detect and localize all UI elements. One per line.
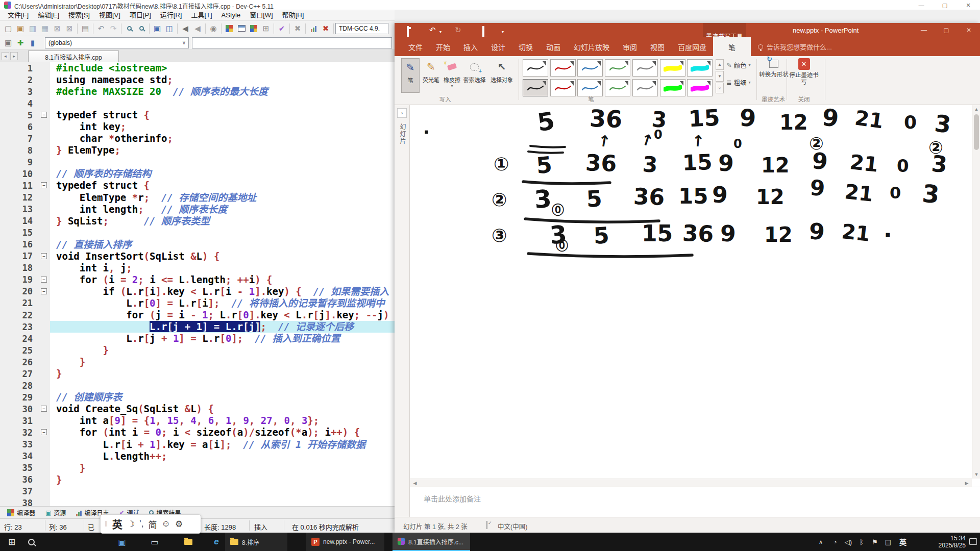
menu-工具[T][interactable]: 工具[T]	[186, 10, 216, 20]
panel-tab-编译器[interactable]: 编译器	[3, 508, 39, 518]
bookmark-icon[interactable]: ▮	[27, 37, 38, 48]
maximize-editor-icon[interactable]: ▣	[152, 23, 163, 34]
menu-视图[V][interactable]: 视图[V]	[94, 10, 125, 20]
tab-scroll-left-icon[interactable]: ◂	[2, 52, 9, 60]
scroll-left-icon[interactable]: ◀	[411, 481, 419, 486]
scroll-right-icon[interactable]: ▶	[963, 481, 971, 486]
ribbon-tab-开始[interactable]: 开始	[429, 37, 457, 56]
open-file-icon[interactable]: ▣	[15, 23, 26, 34]
edge-icon[interactable]: e	[209, 533, 224, 551]
pens-scroll-down-icon[interactable]: ▼	[716, 71, 724, 82]
horizontal-scrollbar[interactable]: ◀ ▶	[410, 479, 972, 487]
action-center-icon[interactable]	[969, 538, 977, 545]
fold-marker-icon[interactable]: −	[41, 277, 47, 283]
panel-tab-资源[interactable]: ▣资源	[41, 508, 70, 518]
ribbon-tab-动画[interactable]: 动画	[540, 37, 567, 56]
abort-icon[interactable]: ✖	[292, 23, 303, 34]
replace-icon[interactable]	[136, 23, 147, 34]
ime-item-5[interactable]: ⚙	[175, 519, 183, 530]
pen-swatch-9[interactable]	[577, 79, 603, 96]
ribbon-tab-切换[interactable]: 切换	[512, 37, 540, 56]
pen-swatch-5[interactable]	[660, 59, 685, 77]
pen-swatch-11[interactable]	[632, 79, 658, 96]
code-editor[interactable]: 1#include <iostream>2using namespace std…	[0, 62, 395, 506]
save-icon[interactable]: ▥	[27, 23, 38, 34]
fold-marker-icon[interactable]: −	[41, 429, 47, 435]
menu-文件[F][interactable]: 文件[F]	[3, 10, 33, 20]
tab-scroll-right-icon[interactable]: ▸	[10, 52, 18, 60]
menu-帮助[H][interactable]: 帮助[H]	[278, 10, 309, 20]
ime-item-0[interactable]: 英	[112, 517, 122, 532]
menu-AStyle[interactable]: AStyle	[217, 10, 246, 20]
nav-forward-icon[interactable]: ◀	[192, 23, 203, 34]
write-button-套索选择[interactable]: 套索选择	[462, 58, 486, 93]
print-icon[interactable]: ▤	[80, 23, 91, 34]
pen-swatch-2[interactable]	[577, 59, 603, 77]
profiling-delete-icon[interactable]: ✖	[320, 23, 331, 34]
close-all-icon[interactable]: ⊠	[64, 23, 75, 34]
ribbon-tab-幻灯片放映[interactable]: 幻灯片放映	[567, 37, 616, 56]
ink-color-button[interactable]: ✎ 颜色 ▾	[726, 60, 751, 70]
ribbon-tab-插入[interactable]: 插入	[457, 37, 484, 56]
scroll-up-icon[interactable]: ▲	[972, 107, 980, 112]
ppt-close-button[interactable]: ✕	[958, 23, 980, 37]
compiler-select[interactable]: TDM-GCC 4.9.	[335, 23, 388, 34]
redo-icon[interactable]: ↷	[108, 23, 119, 34]
save-icon[interactable]	[407, 27, 409, 36]
file-explorer-icon[interactable]	[181, 533, 196, 551]
stop-inking-button[interactable]: ✕ 停止墨迹书写	[789, 58, 819, 93]
pen-swatch-3[interactable]	[605, 59, 630, 77]
find-icon[interactable]	[124, 23, 135, 34]
editor-tab-active[interactable]: 8.1直接插入排序.cpp	[28, 51, 119, 62]
pen-swatch-6[interactable]	[687, 59, 713, 77]
tray-clock[interactable]: 15:34 2025/8/25	[939, 535, 966, 549]
add-watch-icon[interactable]: ✚	[15, 37, 26, 48]
taskbar-button-new.pptx - Power...[interactable]: Pnew.pptx - Power...	[306, 533, 384, 551]
fold-marker-icon[interactable]: −	[41, 406, 47, 412]
insert-snippet-icon[interactable]: ◉	[208, 23, 219, 34]
photos-icon[interactable]: ▣	[114, 533, 130, 551]
menu-窗口[W][interactable]: 窗口[W]	[245, 10, 278, 20]
compile-run-icon[interactable]	[248, 23, 259, 34]
menu-项目[P][interactable]: 项目[P]	[125, 10, 156, 20]
tray-netdisk-icon[interactable]: ◔	[829, 533, 841, 551]
pens-scroll-up-icon[interactable]: ▲	[716, 59, 724, 70]
pen-swatch-7[interactable]	[523, 79, 548, 96]
profile-icon[interactable]	[308, 23, 319, 34]
tray-flag-icon[interactable]: ▤	[882, 533, 894, 551]
pen-swatch-0[interactable]	[523, 59, 548, 77]
undo-caret-icon[interactable]: ▾	[439, 28, 442, 37]
write-button-橡皮擦[interactable]: 橡皮擦▾	[443, 58, 461, 93]
qat-customize-icon[interactable]: ▾	[502, 28, 504, 37]
start-button[interactable]: ⊞	[4, 533, 19, 551]
slide-canvas[interactable]: ·53631591292103↑↑0↑0②②①53631591292103②3⓪…	[410, 105, 972, 479]
ppt-minimize-button[interactable]: —	[913, 23, 935, 37]
ppt-maximize-button[interactable]: ▢	[935, 23, 958, 37]
search-button[interactable]	[23, 533, 39, 551]
split-window-icon[interactable]: ◫	[164, 23, 175, 34]
start-slideshow-icon[interactable]	[482, 27, 484, 36]
task-view-icon[interactable]: ▭	[147, 533, 162, 551]
syntax-check-icon[interactable]: ✔	[276, 23, 287, 34]
convert-to-shapes-button[interactable]: 转换为形状	[759, 58, 789, 93]
vertical-scrollbar[interactable]: ▲ ▼	[972, 105, 980, 479]
undo-icon[interactable]: ↶	[95, 23, 107, 34]
ime-item-1[interactable]: ☽	[127, 519, 135, 530]
ink-weight-button[interactable]: ≣ 粗细 ▾	[726, 78, 751, 87]
ribbon-tab-百度网盘[interactable]: 百度网盘	[671, 37, 713, 56]
save-all-icon[interactable]: ▦	[39, 23, 51, 34]
member-select[interactable]	[192, 37, 392, 48]
pen-swatch-1[interactable]	[550, 59, 576, 77]
taskbar-button-8.排序[interactable]: 8.排序	[225, 533, 287, 551]
language-status[interactable]: 中文(中国)	[498, 521, 527, 531]
tray-volume-icon[interactable]: ◁)	[842, 533, 854, 551]
compile-icon[interactable]	[224, 23, 235, 34]
pen-swatch-4[interactable]	[632, 59, 658, 77]
notes-pane[interactable]: 单击此处添加备注	[410, 487, 980, 517]
new-file-icon[interactable]: ▢	[3, 23, 14, 34]
tray-security-icon[interactable]: ⚑	[869, 533, 881, 551]
pen-swatch-13[interactable]	[687, 79, 713, 96]
class-browser-icon[interactable]: ▣	[3, 37, 14, 48]
fold-marker-icon[interactable]: −	[41, 112, 47, 118]
pen-swatch-12[interactable]	[660, 79, 685, 96]
